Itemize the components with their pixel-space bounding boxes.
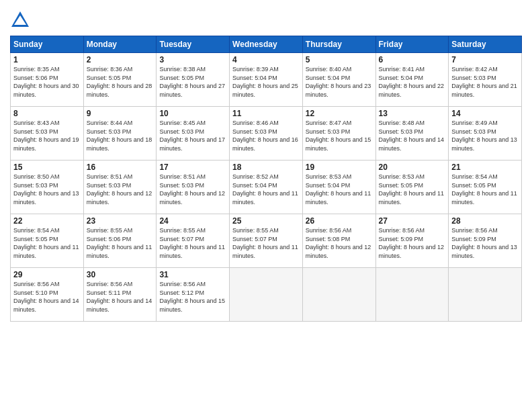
day-info: Sunrise: 8:56 AMSunset: 5:12 PMDaylight:… [159,280,226,314]
day-cell: 23 Sunrise: 8:55 AMSunset: 5:06 PMDaylig… [83,214,157,268]
day-number: 30 [87,270,154,279]
day-info: Sunrise: 8:49 AMSunset: 5:03 PMDaylight:… [451,119,519,152]
week-row-1: 1 Sunrise: 8:35 AMSunset: 5:06 PMDayligh… [11,53,522,107]
day-number: 21 [451,163,519,172]
day-number: 18 [232,163,300,172]
day-info: Sunrise: 8:40 AMSunset: 5:04 PMDaylight:… [306,65,373,99]
day-number: 19 [306,163,373,172]
day-number: 26 [306,216,373,226]
week-row-2: 8 Sunrise: 8:43 AMSunset: 5:03 PMDayligh… [11,107,522,161]
day-cell: 7 Sunrise: 8:42 AMSunset: 5:03 PMDayligh… [449,53,522,107]
header-row: SundayMondayTuesdayWednesdayThursdayFrid… [11,36,522,53]
day-number: 3 [159,55,226,64]
day-number: 4 [232,55,300,64]
day-cell: 21 Sunrise: 8:54 AMSunset: 5:05 PMDaylig… [449,161,522,214]
day-info: Sunrise: 8:36 AMSunset: 5:05 PMDaylight:… [87,65,154,99]
day-info: Sunrise: 8:56 AMSunset: 5:11 PMDaylight:… [87,280,154,314]
day-cell: 27 Sunrise: 8:56 AMSunset: 5:09 PMDaylig… [375,214,449,268]
day-number: 23 [87,216,154,226]
day-cell [375,268,449,322]
day-info: Sunrise: 8:52 AMSunset: 5:04 PMDaylight:… [232,173,300,206]
page-header [10,10,522,30]
week-row-4: 22 Sunrise: 8:54 AMSunset: 5:05 PMDaylig… [11,214,522,268]
day-cell: 24 Sunrise: 8:55 AMSunset: 5:07 PMDaylig… [157,214,230,268]
day-number: 25 [232,216,300,226]
day-cell: 20 Sunrise: 8:53 AMSunset: 5:05 PMDaylig… [375,161,449,214]
day-number: 11 [232,109,300,118]
day-number: 12 [306,109,373,118]
day-number: 24 [159,216,226,226]
day-info: Sunrise: 8:56 AMSunset: 5:09 PMDaylight:… [451,226,519,260]
day-info: Sunrise: 8:55 AMSunset: 5:07 PMDaylight:… [232,226,300,260]
day-number: 27 [379,216,446,226]
day-number: 5 [306,55,373,64]
day-cell: 26 Sunrise: 8:56 AMSunset: 5:08 PMDaylig… [302,214,375,268]
day-number: 29 [13,270,81,279]
day-number: 10 [159,109,226,118]
day-number: 16 [87,163,154,172]
day-cell [230,268,303,322]
day-info: Sunrise: 8:51 AMSunset: 5:03 PMDaylight:… [87,173,154,206]
day-info: Sunrise: 8:53 AMSunset: 5:04 PMDaylight:… [306,173,373,206]
day-info: Sunrise: 8:47 AMSunset: 5:03 PMDaylight:… [306,119,373,152]
day-number: 1 [13,55,81,64]
day-number: 7 [451,55,519,64]
day-cell: 15 Sunrise: 8:50 AMSunset: 5:03 PMDaylig… [11,161,84,214]
col-header-wednesday: Wednesday [230,36,303,53]
day-info: Sunrise: 8:39 AMSunset: 5:04 PMDaylight:… [232,65,300,99]
day-cell: 17 Sunrise: 8:51 AMSunset: 5:03 PMDaylig… [157,161,230,214]
day-cell: 31 Sunrise: 8:56 AMSunset: 5:12 PMDaylig… [157,268,230,322]
day-cell: 8 Sunrise: 8:43 AMSunset: 5:03 PMDayligh… [11,107,84,161]
day-info: Sunrise: 8:56 AMSunset: 5:10 PMDaylight:… [13,280,81,314]
day-info: Sunrise: 8:51 AMSunset: 5:03 PMDaylight:… [159,173,226,206]
col-header-saturday: Saturday [449,36,522,53]
day-info: Sunrise: 8:35 AMSunset: 5:06 PMDaylight:… [13,65,81,99]
day-cell: 5 Sunrise: 8:40 AMSunset: 5:04 PMDayligh… [302,53,375,107]
day-number: 14 [451,109,519,118]
day-info: Sunrise: 8:45 AMSunset: 5:03 PMDaylight:… [159,119,226,152]
col-header-friday: Friday [375,36,449,53]
day-info: Sunrise: 8:44 AMSunset: 5:03 PMDaylight:… [87,119,154,152]
day-cell [449,268,522,322]
day-number: 8 [13,109,81,118]
day-info: Sunrise: 8:42 AMSunset: 5:03 PMDaylight:… [451,65,519,99]
col-header-monday: Monday [83,36,157,53]
day-cell: 13 Sunrise: 8:48 AMSunset: 5:03 PMDaylig… [375,107,449,161]
calendar-table: SundayMondayTuesdayWednesdayThursdayFrid… [10,36,522,322]
day-number: 6 [379,55,446,64]
day-cell: 1 Sunrise: 8:35 AMSunset: 5:06 PMDayligh… [11,53,84,107]
day-info: Sunrise: 8:54 AMSunset: 5:05 PMDaylight:… [13,226,81,260]
day-number: 9 [87,109,154,118]
day-info: Sunrise: 8:50 AMSunset: 5:03 PMDaylight:… [13,173,81,206]
day-cell: 18 Sunrise: 8:52 AMSunset: 5:04 PMDaylig… [230,161,303,214]
day-number: 28 [451,216,519,226]
day-cell: 19 Sunrise: 8:53 AMSunset: 5:04 PMDaylig… [302,161,375,214]
col-header-sunday: Sunday [11,36,84,53]
day-cell: 4 Sunrise: 8:39 AMSunset: 5:04 PMDayligh… [230,53,303,107]
week-row-3: 15 Sunrise: 8:50 AMSunset: 5:03 PMDaylig… [11,161,522,214]
day-info: Sunrise: 8:41 AMSunset: 5:04 PMDaylight:… [379,65,446,99]
day-number: 2 [87,55,154,64]
day-info: Sunrise: 8:53 AMSunset: 5:05 PMDaylight:… [379,173,446,206]
page-container: SundayMondayTuesdayWednesdayThursdayFrid… [0,0,532,328]
day-cell: 16 Sunrise: 8:51 AMSunset: 5:03 PMDaylig… [83,161,157,214]
day-info: Sunrise: 8:43 AMSunset: 5:03 PMDaylight:… [13,119,81,152]
day-number: 17 [159,163,226,172]
day-number: 22 [13,216,81,226]
day-cell: 30 Sunrise: 8:56 AMSunset: 5:11 PMDaylig… [83,268,157,322]
day-info: Sunrise: 8:55 AMSunset: 5:06 PMDaylight:… [87,226,154,260]
day-number: 31 [159,270,226,279]
day-number: 20 [379,163,446,172]
day-cell: 29 Sunrise: 8:56 AMSunset: 5:10 PMDaylig… [11,268,84,322]
day-info: Sunrise: 8:46 AMSunset: 5:03 PMDaylight:… [232,119,300,152]
day-info: Sunrise: 8:55 AMSunset: 5:07 PMDaylight:… [159,226,226,260]
logo-icon [10,10,30,30]
day-info: Sunrise: 8:56 AMSunset: 5:09 PMDaylight:… [379,226,446,260]
day-cell: 3 Sunrise: 8:38 AMSunset: 5:05 PMDayligh… [157,53,230,107]
day-number: 13 [379,109,446,118]
day-number: 15 [13,163,81,172]
day-cell: 11 Sunrise: 8:46 AMSunset: 5:03 PMDaylig… [230,107,303,161]
week-row-5: 29 Sunrise: 8:56 AMSunset: 5:10 PMDaylig… [11,268,522,322]
day-cell: 25 Sunrise: 8:55 AMSunset: 5:07 PMDaylig… [230,214,303,268]
day-cell: 2 Sunrise: 8:36 AMSunset: 5:05 PMDayligh… [83,53,157,107]
